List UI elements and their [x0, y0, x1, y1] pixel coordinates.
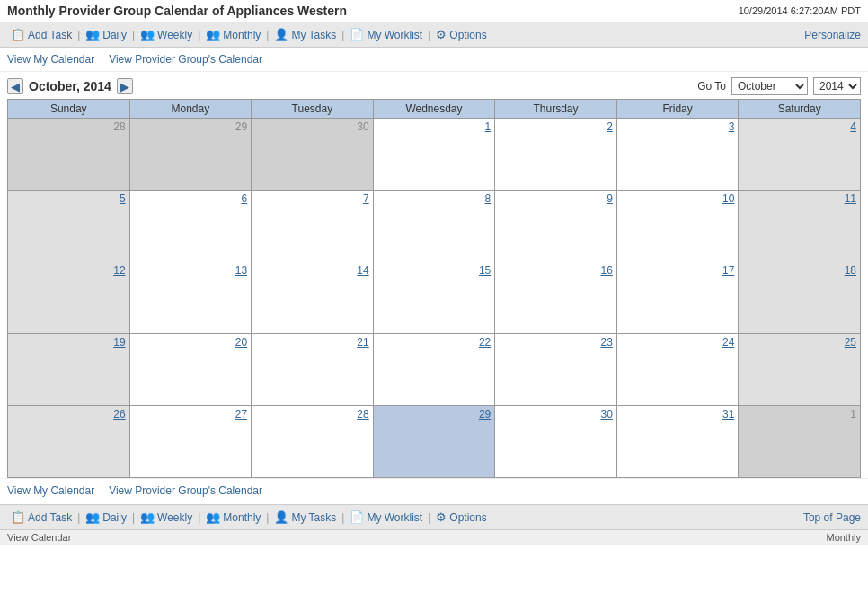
table-row: 14	[252, 262, 374, 334]
sub-links-top: View My Calendar View Provider Group's C…	[0, 48, 868, 72]
prev-month-button[interactable]: ◀	[7, 78, 23, 94]
table-row: 9	[495, 191, 617, 262]
day-number[interactable]: 25	[742, 336, 856, 349]
day-number[interactable]: 31	[621, 408, 735, 421]
table-row: 12	[8, 262, 130, 334]
worklist-icon-bottom: 📄	[350, 510, 364, 524]
table-row: 4	[739, 119, 861, 191]
view-my-calendar-link-bottom[interactable]: View My Calendar	[7, 484, 94, 497]
table-row: 30	[495, 406, 617, 478]
day-number[interactable]: 30	[255, 120, 369, 133]
options-icon-bottom: ⚙	[436, 510, 447, 524]
day-number[interactable]: 6	[134, 192, 248, 205]
my-tasks-button[interactable]: 👤 My Tasks	[270, 26, 340, 43]
day-number[interactable]: 26	[12, 408, 126, 421]
table-row: 25	[739, 334, 861, 406]
calendar-nav: ◀ October, 2014 ▶ Go To JanuaryFebruaryM…	[0, 72, 868, 99]
day-number[interactable]: 2	[499, 120, 613, 133]
day-number[interactable]: 1	[742, 408, 856, 421]
options-icon: ⚙	[436, 28, 447, 41]
day-number[interactable]: 4	[742, 120, 856, 133]
weekly-button[interactable]: 👥 Weekly	[137, 26, 196, 43]
day-number[interactable]: 27	[134, 408, 248, 421]
day-number[interactable]: 28	[12, 120, 126, 133]
view-provider-group-link-top[interactable]: View Provider Group's Calendar	[109, 53, 262, 66]
monthly-button[interactable]: 👥 Monthly	[202, 26, 264, 43]
table-row: 11	[739, 191, 861, 262]
day-number[interactable]: 8	[377, 192, 492, 205]
day-number[interactable]: 21	[255, 336, 369, 349]
day-number[interactable]: 23	[499, 336, 613, 349]
day-number[interactable]: 16	[499, 264, 613, 277]
table-row: 31	[616, 406, 739, 478]
page-title: Monthly Provider Group Calendar of Appli…	[7, 4, 347, 18]
bottom-toolbar-left: 📋 Add Task | 👥 Daily | 👥 Weekly | 👥 Mont…	[7, 509, 491, 526]
my-tasks-button-bottom[interactable]: 👤 My Tasks	[270, 509, 340, 526]
table-row: 20	[129, 334, 252, 406]
options-button-bottom[interactable]: ⚙ Options	[432, 509, 490, 526]
add-task-icon: 📋	[11, 28, 25, 41]
daily-button[interactable]: 👥 Daily	[82, 26, 130, 43]
top-of-page-link[interactable]: Top of Page	[803, 511, 861, 524]
monthly-button-bottom[interactable]: 👥 Monthly	[202, 509, 264, 526]
next-month-button[interactable]: ▶	[117, 78, 133, 94]
table-row: 6	[129, 191, 252, 262]
col-header-friday: Friday	[616, 100, 739, 119]
day-number[interactable]: 22	[377, 336, 492, 349]
personalize-link[interactable]: Personalize	[804, 29, 861, 41]
day-number[interactable]: 7	[255, 192, 369, 205]
month-select[interactable]: JanuaryFebruaryMarchAprilMayJuneJulyAugu…	[731, 77, 808, 95]
day-number[interactable]: 24	[621, 336, 735, 349]
my-worklist-button-bottom[interactable]: 📄 My Worklist	[346, 509, 426, 526]
daily-button-bottom[interactable]: 👥 Daily	[82, 509, 130, 526]
day-number[interactable]: 29	[377, 408, 492, 421]
table-row: 15	[373, 262, 495, 334]
options-button[interactable]: ⚙ Options	[432, 26, 490, 43]
col-header-thursday: Thursday	[495, 100, 617, 119]
calendar-table: SundayMondayTuesdayWednesdayThursdayFrid…	[7, 99, 861, 478]
calendar-row: 12131415161718	[8, 262, 861, 334]
my-tasks-icon-bottom: 👤	[274, 510, 288, 524]
weekly-icon-bottom: 👥	[140, 510, 155, 524]
day-number[interactable]: 17	[621, 264, 735, 277]
page-datetime: 10/29/2014 6:27:20AM PDT	[739, 5, 861, 16]
day-number[interactable]: 1	[377, 120, 492, 133]
day-number[interactable]: 29	[134, 120, 248, 133]
add-task-button-bottom[interactable]: 📋 Add Task	[7, 509, 75, 526]
year-select[interactable]: 20122013201420152016	[813, 77, 861, 95]
table-row: 29	[129, 119, 252, 191]
day-number[interactable]: 15	[377, 264, 492, 277]
my-worklist-button[interactable]: 📄 My Worklist	[346, 26, 426, 43]
day-number[interactable]: 19	[12, 336, 126, 349]
col-header-sunday: Sunday	[8, 100, 130, 119]
table-row: 27	[129, 406, 252, 478]
view-provider-group-link-bottom[interactable]: View Provider Group's Calendar	[109, 484, 262, 497]
col-header-wednesday: Wednesday	[373, 100, 495, 119]
daily-icon: 👥	[85, 28, 100, 41]
day-number[interactable]: 9	[499, 192, 613, 205]
day-number[interactable]: 30	[499, 408, 613, 421]
day-number[interactable]: 10	[621, 192, 735, 205]
day-number[interactable]: 28	[255, 408, 369, 421]
weekly-button-bottom[interactable]: 👥 Weekly	[137, 509, 196, 526]
day-number[interactable]: 5	[12, 192, 126, 205]
table-row: 18	[739, 262, 861, 334]
day-number[interactable]: 13	[134, 264, 248, 277]
goto-label: Go To	[697, 80, 726, 93]
status-bar: View Calendar Monthly	[0, 529, 868, 545]
day-number[interactable]: 12	[12, 264, 126, 277]
day-number[interactable]: 3	[621, 120, 735, 133]
add-task-icon-bottom: 📋	[11, 510, 25, 524]
sub-links-bottom: View My Calendar View Provider Group's C…	[0, 478, 868, 502]
day-number[interactable]: 14	[255, 264, 369, 277]
table-row: 28	[8, 119, 130, 191]
day-number[interactable]: 11	[742, 192, 856, 205]
day-number[interactable]: 20	[134, 336, 248, 349]
view-my-calendar-link-top[interactable]: View My Calendar	[7, 53, 94, 66]
page-header: Monthly Provider Group Calendar of Appli…	[0, 0, 868, 22]
day-number[interactable]: 18	[742, 264, 856, 277]
table-row: 23	[495, 334, 617, 406]
table-row: 17	[616, 262, 739, 334]
add-task-button[interactable]: 📋 Add Task	[7, 26, 75, 43]
weekly-icon: 👥	[140, 28, 155, 41]
